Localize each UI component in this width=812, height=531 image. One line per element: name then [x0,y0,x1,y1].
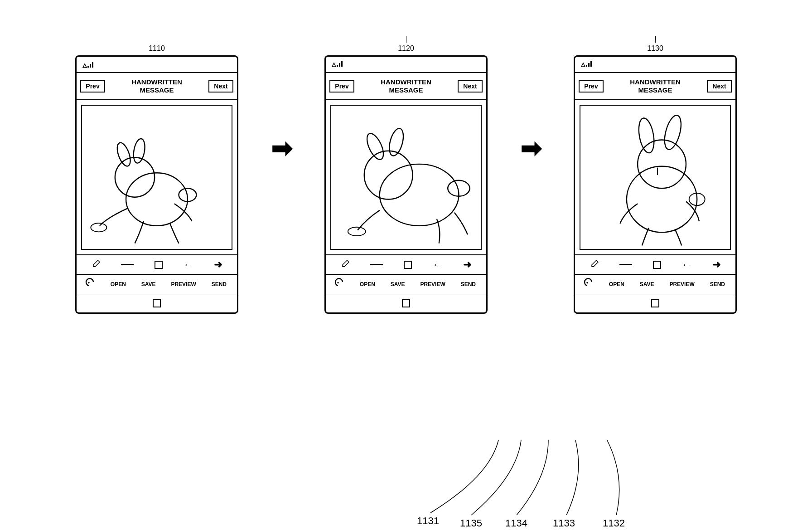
phone-1110: Prev HANDWRITTEN MESSAGE Next [75,55,238,314]
action-bar-1120: OPEN SAVE PREVIEW SEND [326,274,486,294]
svg-rect-29 [590,61,592,67]
action-bar-1110: OPEN SAVE PREVIEW SEND [77,274,237,294]
svg-point-33 [662,113,684,151]
svg-rect-14 [337,65,338,67]
toolbar-1110: ← ➜ [77,254,237,274]
svg-rect-27 [586,65,587,67]
status-bar-1130 [575,57,735,73]
phone-wrapper-1130: 1130 Prev HANDWRITTEN MESSAGE [574,36,737,314]
signal-icon-1110 [80,59,95,69]
svg-marker-10 [93,260,100,267]
svg-marker-23 [343,260,349,267]
svg-rect-1 [87,66,89,68]
save-button-1130[interactable]: SAVE [638,280,656,288]
phone-wrapper-1110: 1110 Prev HANDWRITTEN [75,36,238,314]
square-icon-1120[interactable] [404,261,412,269]
annot-1132: 1132 [603,517,625,529]
pencil-icon-1120[interactable] [341,259,350,270]
svg-marker-36 [592,260,598,267]
nav-title-1110: HANDWRITTEN MESSAGE [131,78,182,94]
arrow-left-icon-1110[interactable]: ← [184,259,193,271]
svg-point-31 [638,140,686,189]
next-button-1110[interactable]: Next [208,80,233,93]
annot-1133: 1133 [553,517,575,529]
open-button-1130[interactable]: OPEN [607,280,626,288]
svg-point-30 [627,166,697,233]
nav-title-1120: HANDWRITTEN MESSAGE [381,78,431,94]
svg-point-6 [115,141,133,168]
open-button-1120[interactable]: OPEN [358,280,377,288]
bottom-area-1120 [326,294,486,312]
next-button-1120[interactable]: Next [458,80,483,93]
svg-point-22 [348,227,366,236]
phone-wrapper-1120: 1120 Prev HANDWRITTEN MESSAGE [324,36,488,314]
svg-marker-25 [337,282,339,284]
square-icon-1110[interactable] [155,261,163,269]
undo-button-1120[interactable] [334,278,346,292]
pencil-icon-1130[interactable] [590,259,599,270]
bottom-area-1130 [575,294,735,312]
svg-point-17 [380,164,459,226]
separator-icon-1120 [370,264,383,265]
svg-marker-12 [88,282,90,284]
preview-button-1120[interactable]: PREVIEW [418,280,447,288]
nav-bar-1110: Prev HANDWRITTEN MESSAGE Next [77,73,237,100]
bottom-square-1110[interactable] [153,299,161,307]
nav-title-1130: HANDWRITTEN MESSAGE [630,78,681,94]
bottom-area-1110 [77,294,237,312]
svg-marker-38 [586,282,588,284]
send-button-1110[interactable]: SEND [210,280,228,288]
preview-button-1110[interactable]: PREVIEW [169,280,198,288]
separator-icon-1130 [619,264,632,265]
preview-button-1130[interactable]: PREVIEW [667,280,696,288]
canvas-1130[interactable] [580,105,731,250]
bottom-square-1130[interactable] [651,299,659,307]
arrow-right-icon-1120[interactable]: ➜ [463,259,471,271]
svg-point-4 [126,173,188,225]
svg-rect-2 [90,64,91,68]
nav-bar-1130: Prev HANDWRITTEN MESSAGE Next [575,73,735,100]
svg-marker-13 [332,63,336,67]
signal-icon-1120 [329,58,344,70]
annot-1134: 1134 [505,517,527,529]
canvas-1120[interactable] [330,105,482,250]
phone-1130: Prev HANDWRITTEN MESSAGE Next [574,55,737,314]
arrow-left-icon-1130[interactable]: ← [682,259,692,271]
undo-button-1130[interactable] [584,278,595,292]
arrow-right-icon-1130[interactable]: ➜ [712,259,720,271]
svg-marker-26 [581,63,585,67]
prev-button-1110[interactable]: Prev [80,80,105,93]
svg-point-32 [637,117,657,154]
svg-rect-15 [339,63,340,67]
arrow-1: ➡ [266,136,297,161]
bottom-square-1120[interactable] [402,299,410,307]
save-button-1110[interactable]: SAVE [140,280,158,288]
svg-rect-16 [341,61,343,67]
arrow-right-icon-1110[interactable]: ➜ [214,259,222,271]
canvas-1110[interactable] [81,105,232,250]
arrow-left-icon-1120[interactable]: ← [433,259,443,271]
send-button-1120[interactable]: SEND [459,280,478,288]
svg-point-19 [364,131,387,162]
svg-point-5 [115,157,155,197]
svg-rect-3 [92,62,93,68]
status-bar-1110 [77,57,237,73]
prev-button-1120[interactable]: Prev [329,80,354,93]
separator-icon-1110 [121,264,134,265]
annot-1131: 1131 [417,515,439,526]
square-icon-1130[interactable] [653,261,661,269]
undo-button-1110[interactable] [85,278,97,292]
save-button-1120[interactable]: SAVE [389,280,407,288]
main-container: 1110 Prev HANDWRITTEN [0,0,812,314]
toolbar-1130: ← ➜ [575,254,735,274]
prev-button-1130[interactable]: Prev [579,80,604,93]
next-button-1130[interactable]: Next [707,80,732,93]
send-button-1130[interactable]: SEND [708,280,727,288]
open-button-1110[interactable]: OPEN [109,280,128,288]
toolbar-1120: ← ➜ [326,254,486,274]
status-bar-1120 [326,57,486,73]
svg-rect-28 [588,63,590,67]
annot-1135: 1135 [460,517,482,529]
nav-bar-1120: Prev HANDWRITTEN MESSAGE Next [326,73,486,100]
pencil-icon-1110[interactable] [92,259,101,270]
